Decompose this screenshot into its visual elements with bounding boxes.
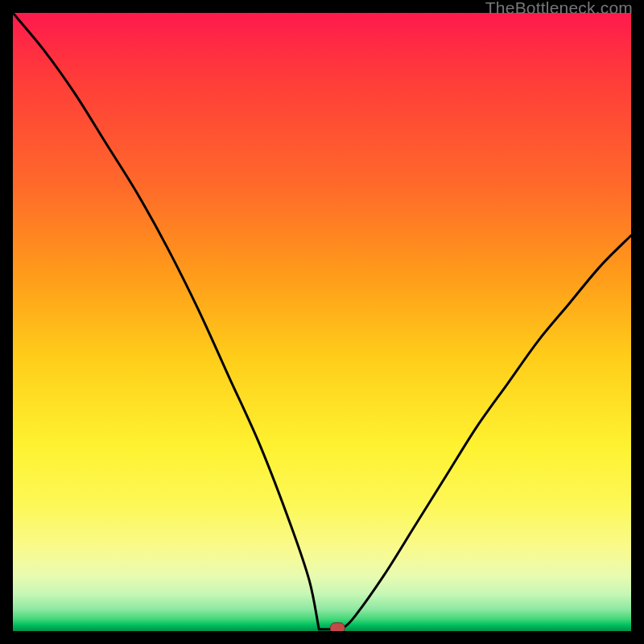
- bottleneck-curve: [13, 13, 631, 630]
- curve-layer: [13, 13, 631, 631]
- plot-area: [13, 13, 631, 631]
- chart-frame: TheBottleneck.com: [0, 0, 644, 644]
- watermark-text: TheBottleneck.com: [485, 0, 633, 18]
- optimum-marker: [330, 623, 345, 631]
